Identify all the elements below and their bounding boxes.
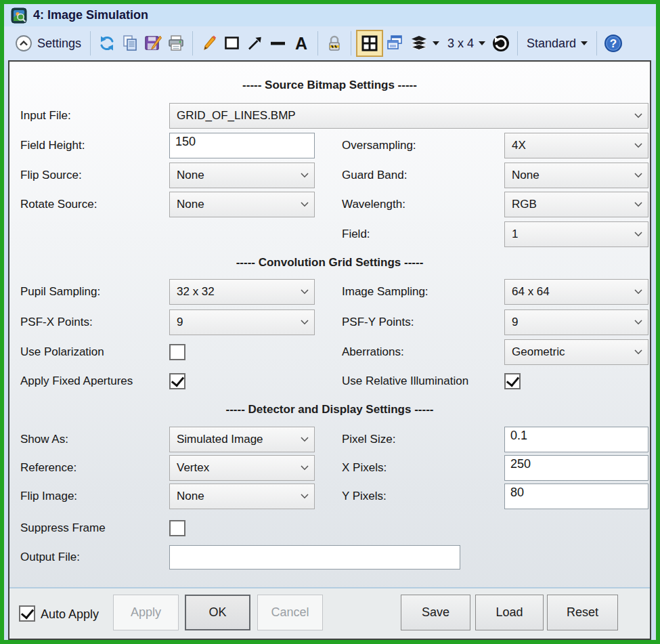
output-file-input[interactable] xyxy=(169,545,460,570)
field-select[interactable]: 1 xyxy=(504,221,648,247)
auto-apply-label: Auto Apply xyxy=(41,588,99,640)
apply-fixed-apertures-label: Apply Fixed Apertures xyxy=(20,373,133,389)
toolbar-divider xyxy=(192,31,193,56)
flip-image-label: Flip Image: xyxy=(20,484,77,509)
apply-fixed-apertures-checkbox[interactable] xyxy=(169,373,185,389)
oversampling-select[interactable]: 4X xyxy=(504,133,648,158)
psf-y-points-select[interactable]: 9 xyxy=(504,309,648,335)
refresh-button[interactable] xyxy=(95,30,118,56)
help-button[interactable]: ? xyxy=(602,30,625,56)
image-sampling-select[interactable]: 64 x 64 xyxy=(504,279,648,305)
toolbar-divider xyxy=(317,31,318,56)
help-icon: ? xyxy=(604,34,623,53)
grid-size-label: 3 x 4 xyxy=(447,37,474,51)
chevron-down-icon xyxy=(634,232,642,237)
chevron-down-icon xyxy=(581,41,588,45)
psf-x-points-select[interactable]: 9 xyxy=(169,309,315,335)
chevron-down-icon xyxy=(301,320,309,325)
print-button[interactable] xyxy=(164,30,188,56)
text-icon: A xyxy=(295,35,307,52)
output-file-label: Output File: xyxy=(20,545,80,570)
toolbar-divider xyxy=(90,31,91,56)
aberrations-label: Aberrations: xyxy=(342,339,404,365)
pencil-annotate-button[interactable] xyxy=(198,30,221,56)
save-button-footer[interactable]: Save xyxy=(401,595,470,630)
x-pixels-label: X Pixels: xyxy=(342,455,387,481)
profile-dropdown[interactable]: Standard xyxy=(523,30,592,57)
rectangle-annotate-button[interactable] xyxy=(221,30,244,56)
apply-button[interactable]: Apply xyxy=(113,595,179,630)
suppress-frame-checkbox[interactable] xyxy=(169,520,185,536)
use-polarization-checkbox[interactable] xyxy=(169,344,185,360)
pixel-size-input[interactable] xyxy=(504,427,648,452)
toolbar-divider xyxy=(596,31,597,56)
window-icon xyxy=(11,7,27,24)
section-convolution-grid-settings: ----- Convolution Grid Settings ----- xyxy=(9,256,650,270)
oversampling-label: Oversampling: xyxy=(342,133,416,158)
pencil-icon xyxy=(200,35,218,52)
use-relative-illumination-checkbox[interactable] xyxy=(504,373,521,389)
save-icon xyxy=(144,35,162,52)
auto-apply-checkbox[interactable] xyxy=(19,605,35,622)
line-annotate-button[interactable] xyxy=(267,30,290,56)
image-sampling-label: Image Sampling: xyxy=(342,279,428,305)
show-as-select[interactable]: Simulated Image xyxy=(169,427,315,452)
chevron-down-icon xyxy=(634,143,642,148)
section-detector-display-settings: ----- Detector and Display Settings ----… xyxy=(9,403,650,416)
guard-band-select[interactable]: None xyxy=(504,163,648,188)
field-height-label: Field Height: xyxy=(20,133,85,158)
settings-label: Settings xyxy=(37,37,81,51)
cascade-view-button[interactable] xyxy=(383,30,406,56)
copy-icon xyxy=(121,35,139,52)
chevron-down-icon xyxy=(634,202,642,207)
tile-view-icon xyxy=(361,35,378,52)
chevron-down-icon xyxy=(301,494,309,499)
settings-toggle-button[interactable]: Settings xyxy=(11,30,85,57)
y-pixels-input[interactable] xyxy=(504,484,648,509)
toolbar-divider xyxy=(517,31,518,56)
tile-view-button[interactable] xyxy=(356,30,383,57)
x-pixels-input[interactable] xyxy=(504,455,648,481)
flip-image-select[interactable]: None xyxy=(169,484,315,509)
profile-label: Standard xyxy=(527,37,576,51)
show-as-label: Show As: xyxy=(20,427,68,452)
toolbar-divider xyxy=(351,31,351,56)
lock-button[interactable] xyxy=(323,30,346,56)
chevron-down-icon xyxy=(634,289,642,295)
chevron-down-icon xyxy=(301,465,309,471)
reference-select[interactable]: Vertex xyxy=(169,455,315,481)
text-annotate-button[interactable]: A xyxy=(290,30,313,56)
ok-button[interactable]: OK xyxy=(185,595,250,630)
field-height-input[interactable] xyxy=(169,133,315,158)
pixel-size-label: Pixel Size: xyxy=(342,427,395,452)
lock-icon xyxy=(326,35,343,52)
rotate-source-select[interactable]: None xyxy=(169,192,315,217)
title-bar: 4: Image Simulation xyxy=(4,4,656,26)
chevron-down-icon xyxy=(433,41,439,45)
guard-band-label: Guard Band: xyxy=(342,163,407,188)
footer-bar: Auto Apply Apply OK Cancel Save Load Res… xyxy=(9,587,650,639)
chevron-down-icon xyxy=(301,202,309,207)
flip-source-select[interactable]: None xyxy=(169,163,315,188)
arrow-annotate-button[interactable] xyxy=(244,30,267,56)
use-polarization-label: Use Polarization xyxy=(20,339,104,365)
aberrations-select[interactable]: Geometric xyxy=(504,339,648,365)
flip-source-label: Flip Source: xyxy=(20,163,82,188)
reset-button[interactable]: Reset xyxy=(547,595,618,630)
copy-button[interactable] xyxy=(118,30,141,56)
history-button[interactable] xyxy=(489,30,512,56)
grid-size-dropdown[interactable]: 3 x 4 xyxy=(443,30,489,57)
cancel-button[interactable]: Cancel xyxy=(257,595,323,630)
wavelength-select[interactable]: RGB xyxy=(504,192,648,217)
y-pixels-label: Y Pixels: xyxy=(342,484,387,509)
cascade-windows-icon xyxy=(386,35,403,52)
pupil-sampling-label: Pupil Sampling: xyxy=(20,279,100,305)
pupil-sampling-select[interactable]: 32 x 32 xyxy=(169,279,315,305)
load-button[interactable]: Load xyxy=(475,595,544,630)
input-file-select[interactable]: GRID_OF_LINES.BMP xyxy=(169,103,648,129)
chevron-down-icon xyxy=(301,289,309,295)
field-label: Field: xyxy=(342,221,370,247)
toolbar: Settings xyxy=(4,26,656,60)
save-button[interactable] xyxy=(141,30,164,56)
layers-dropdown-button[interactable] xyxy=(406,30,443,57)
